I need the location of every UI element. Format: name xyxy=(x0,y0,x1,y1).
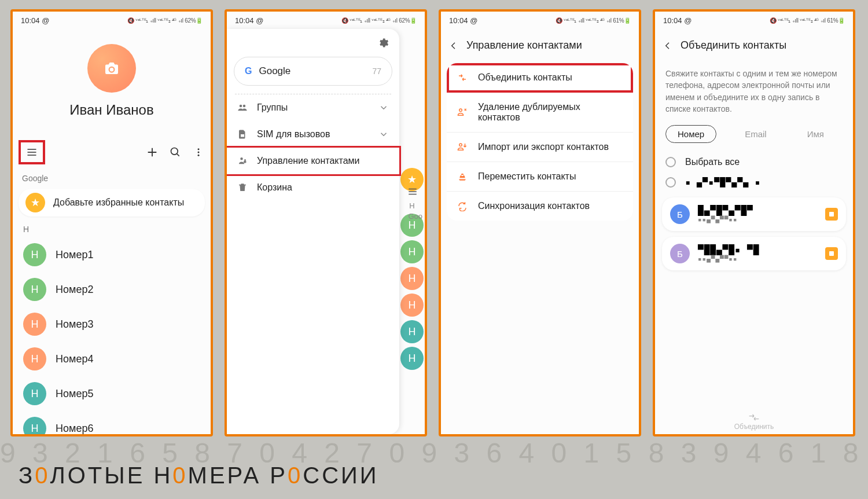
svg-rect-4 xyxy=(829,212,834,217)
status-bar: 10:04 @ 🔇 ᵛᵒᴸᵀᴱ₁ ₊ıll ᵛᵒᴸᵀᴱ₂ ⁴ᴳ ₊ıl 62%🔋 xyxy=(227,12,425,29)
mgmt-item-dedupe[interactable]: Удаление дублируемых контактов xyxy=(447,93,633,133)
contact-row[interactable]: ННомер5 xyxy=(13,376,211,411)
merge-action-label: Объединить xyxy=(734,423,774,431)
contact-avatar: Н xyxy=(400,320,424,343)
status-indicators: 🔇 ᵛᵒᴸᵀᴱ₁ ₊ıll ᵛᵒᴸᵀᴱ₂ ⁴ᴳ ₊ıl 61%🔋 xyxy=(770,17,845,24)
obscured-contact-row[interactable]: ▪ ▄▀▪▀█▀▄▀▄ ▪ xyxy=(655,173,853,192)
contact-row[interactable]: ННомер2 xyxy=(13,272,211,307)
chevron-down-icon xyxy=(378,102,389,113)
background-peek: Goo ★ Н Н Н Н Н Н Н xyxy=(399,29,425,434)
obscured-name: █▄▀█▀▄▀█▀ xyxy=(698,205,817,216)
tab-email[interactable]: Email xyxy=(733,125,779,143)
contact-row[interactable]: ННомер3 xyxy=(13,307,211,342)
favorites-hint-text: Добавьте избранные контакты xyxy=(53,197,184,208)
screen-contacts-home: 10:04 @ 🔇 ᵛᵒᴸᵀᴱ₁ ₊ıll ᵛᵒᴸᵀᴱ₂ ⁴ᴳ ₊ıl 62%🔋… xyxy=(10,9,213,436)
select-all-label: Выбрать все xyxy=(685,157,740,167)
google-icon: G xyxy=(245,66,252,76)
management-list: Объединить контакты Удаление дублируемых… xyxy=(447,63,633,221)
svg-point-2 xyxy=(198,152,200,153)
contact-avatar: Н xyxy=(23,243,46,266)
dedupe-icon xyxy=(457,107,468,118)
contact-avatar: Н xyxy=(400,347,424,370)
contact-avatar: Б xyxy=(670,204,690,224)
mgmt-item-label: Объединить контакты xyxy=(478,72,572,83)
drawer-item-groups[interactable]: Группы xyxy=(227,94,399,121)
favorites-hint-row[interactable]: ★ Добавьте избранные контакты xyxy=(19,189,205,217)
screen-manage-contacts: 10:04 @ 🔇 ᵛᵒᴸᵀᴱ₁ ₊ıll ᵛᵒᴸᵀᴱ₂ ⁴ᴳ ₊ıl 61%🔋… xyxy=(439,9,641,436)
radio-unchecked-icon[interactable] xyxy=(665,177,676,188)
mgmt-item-label: Переместить контакты xyxy=(478,171,576,182)
back-icon[interactable] xyxy=(449,41,458,50)
search-icon[interactable] xyxy=(169,146,182,159)
contacts-list[interactable]: ННомер1ННомер2ННомер3ННомер4ННомер5ННоме… xyxy=(13,237,211,436)
camera-icon xyxy=(104,62,120,75)
chevron-down-icon xyxy=(378,129,389,140)
contact-row[interactable]: ННомер6 xyxy=(13,411,211,436)
svg-point-0 xyxy=(171,148,178,155)
contact-avatar: Н xyxy=(23,382,46,405)
brand-logo: З0ЛОТЫЕ Н0МЕРА Р0ССИИ xyxy=(19,463,379,489)
move-icon xyxy=(457,171,468,182)
merge-candidate-card[interactable]: Б ▀██▄▀█▪ ▀█▪▪▄▀▄▀▀▪▪ xyxy=(662,237,846,270)
radio-unchecked-icon[interactable] xyxy=(665,157,676,167)
highlight-hamburger xyxy=(19,140,45,164)
mgmt-item-move[interactable]: Переместить контакты xyxy=(447,162,633,192)
tab-number[interactable]: Номер xyxy=(665,125,716,143)
contact-name: Номер5 xyxy=(56,388,93,400)
peek-letter: Н xyxy=(409,201,414,210)
mgmt-item-label: Синхронизация контактов xyxy=(478,201,590,211)
manage-contacts-icon xyxy=(237,156,248,166)
merge-icon xyxy=(748,413,760,421)
peek-account-label: Goo xyxy=(408,212,422,221)
account-count: 77 xyxy=(372,67,381,76)
screen-merge-contacts: 10:04 @ 🔇 ᵛᵒᴸᵀᴱ₁ ₊ıll ᵛᵒᴸᵀᴱ₂ ⁴ᴳ ₊ıl 61%🔋… xyxy=(653,9,855,436)
contact-name: Номер6 xyxy=(56,423,93,435)
profile-name: Иван Иванов xyxy=(69,102,153,118)
back-icon[interactable] xyxy=(663,41,672,50)
mgmt-item-sync[interactable]: Синхронизация контактов xyxy=(447,192,633,221)
contact-avatar: Б xyxy=(670,244,690,263)
hamburger-icon xyxy=(407,186,418,199)
more-icon[interactable] xyxy=(192,146,205,159)
status-indicators: 🔇 ᵛᵒᴸᵀᴱ₁ ₊ıll ᵛᵒᴸᵀᴱ₂ ⁴ᴳ ₊ıl 61%🔋 xyxy=(556,17,631,24)
star-icon: ★ xyxy=(25,193,45,212)
drawer-item-manage-highlighted[interactable]: Управление контактами xyxy=(225,146,401,176)
select-all-row[interactable]: Выбрать все xyxy=(655,151,853,173)
svg-point-3 xyxy=(198,155,200,156)
contact-name: Номер4 xyxy=(56,353,93,365)
sync-icon xyxy=(457,201,468,211)
drawer-item-sim[interactable]: SIM для вызовов xyxy=(227,121,399,148)
page-header: Управление контактами xyxy=(441,29,639,63)
status-time: 10:04 @ xyxy=(21,16,49,25)
drawer-item-trash[interactable]: Корзина xyxy=(227,174,399,201)
mgmt-item-import[interactable]: Импорт или экспорт контактов xyxy=(447,133,633,162)
trash-icon xyxy=(237,182,248,193)
page-title: Управление контактами xyxy=(466,39,582,52)
gear-icon[interactable] xyxy=(367,29,399,52)
profile-header[interactable]: Иван Иванов xyxy=(13,29,211,135)
merge-action-footer[interactable]: Объединить xyxy=(655,413,853,431)
obscured-number: ▪▪▄▀▄▀▀▪▪ xyxy=(698,255,817,263)
status-time: 10:04 @ xyxy=(235,16,263,25)
mgmt-item-label: Импорт или экспорт контактов xyxy=(478,142,609,152)
add-icon[interactable] xyxy=(146,146,159,159)
merge-candidate-card[interactable]: Б █▄▀█▀▄▀█▀▪▪▄▀▄▀▀▪▪ xyxy=(662,197,846,231)
mgmt-item-label: Удаление дублируемых контактов xyxy=(478,102,623,123)
groups-icon xyxy=(237,102,248,113)
profile-avatar[interactable] xyxy=(87,44,136,93)
contact-avatar: Н xyxy=(400,240,424,263)
mgmt-item-merge-highlighted[interactable]: Объединить контакты xyxy=(447,63,633,93)
sim-badge-icon xyxy=(825,208,838,221)
contact-row[interactable]: ННомер1 xyxy=(13,237,211,272)
letter-header: Н xyxy=(13,221,211,237)
sim-badge-icon xyxy=(825,247,838,260)
tab-name[interactable]: Имя xyxy=(795,125,836,143)
status-bar: 10:04 @ 🔇 ᵛᵒᴸᵀᴱ₁ ₊ıll ᵛᵒᴸᵀᴱ₂ ⁴ᴳ ₊ıl 61%🔋 xyxy=(655,12,853,29)
sim-icon xyxy=(237,129,248,140)
hamburger-icon[interactable] xyxy=(25,146,38,159)
account-selector[interactable]: G Google 77 xyxy=(234,57,392,86)
contact-avatar: Н xyxy=(23,313,46,336)
account-section-label: Google xyxy=(13,169,211,186)
drawer-item-label: SIM для вызовов xyxy=(257,129,330,140)
contact-row[interactable]: ННомер4 xyxy=(13,342,211,376)
